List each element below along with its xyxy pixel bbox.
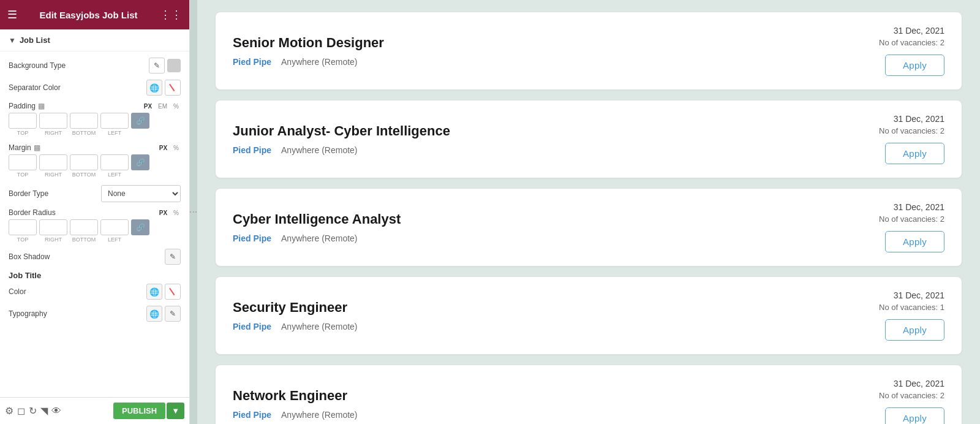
job-vacancies: No of vacancies: 2 (834, 214, 944, 224)
job-meta: Pied Pipe Anywhere (Remote) (233, 233, 834, 243)
br-bottom-label: BOTTOM (70, 237, 98, 243)
separator-globe-icon[interactable]: 🌐 (146, 80, 162, 96)
margin-bottom-input[interactable] (70, 154, 98, 170)
br-bottom-input[interactable] (70, 219, 98, 235)
settings-icon[interactable]: ⚙ (5, 405, 13, 417)
job-meta: Pied Pipe Anywhere (Remote) (233, 410, 834, 420)
job-title: Senior Motion Designer (233, 35, 834, 51)
job-card: Security Engineer Pied Pipe Anywhere (Re… (216, 277, 962, 354)
padding-left-input[interactable] (100, 113, 129, 129)
job-location: Anywhere (Remote) (281, 410, 358, 420)
padding-unit-em[interactable]: EM (156, 102, 169, 110)
job-title: Network Engineer (233, 388, 834, 404)
background-square-btn[interactable] (167, 59, 181, 72)
border-type-label: Border Type (9, 189, 48, 198)
br-unit-px[interactable]: PX (157, 209, 169, 217)
br-unit-percent[interactable]: % (172, 209, 181, 217)
apply-button[interactable]: Apply (885, 143, 944, 164)
margin-unit-px[interactable]: PX (157, 144, 169, 152)
typography-pen-icon[interactable]: ✎ (165, 306, 181, 322)
job-list-content: Senior Motion Designer Pied Pipe Anywher… (197, 0, 980, 424)
job-title: Security Engineer (233, 300, 834, 316)
color-slash-icon[interactable]: / (165, 284, 181, 300)
margin-link-btn[interactable]: 🔗 (131, 154, 149, 170)
margin-bottom-label: BOTTOM (70, 172, 98, 178)
padding-left-label: LEFT (100, 130, 129, 136)
margin-left-input[interactable] (100, 154, 129, 170)
job-right: 31 Dec, 2021 No of vacancies: 2 Apply (834, 114, 944, 164)
br-link-btn[interactable]: 🔗 (131, 219, 149, 235)
job-company: Pied Pipe (233, 233, 271, 243)
layers-icon[interactable]: ◻ (17, 405, 25, 417)
background-pen-btn[interactable]: ✎ (149, 58, 165, 74)
job-date: 31 Dec, 2021 (834, 290, 944, 300)
box-shadow-edit-icon[interactable]: ✎ (165, 249, 181, 265)
job-info: Security Engineer Pied Pipe Anywhere (Re… (233, 300, 834, 331)
color-row: Color 🌐 / (9, 284, 181, 300)
eye-icon[interactable]: 👁 (51, 406, 61, 417)
panel-resizer[interactable]: ⋮ (190, 0, 197, 424)
padding-bottom-label: BOTTOM (70, 130, 98, 136)
padding-unit-percent[interactable]: % (172, 102, 181, 110)
job-title: Junior Analyst- Cyber Intelligence (233, 123, 834, 139)
job-title-subsection: Job Title (9, 271, 181, 280)
panel-title: Edit Easyjobs Job List (39, 10, 137, 20)
bottom-bar: ⚙ ◻ ↻ ◥ 👁 PUBLISH ▼ (0, 397, 189, 424)
margin-sublabels: TOP RIGHT BOTTOM LEFT (9, 172, 181, 178)
br-right-label: RIGHT (39, 237, 67, 243)
job-location: Anywhere (Remote) (281, 57, 358, 67)
margin-inputs: 🔗 (9, 154, 181, 170)
padding-top-label: TOP (9, 130, 37, 136)
padding-link-btn[interactable]: 🔗 (131, 113, 149, 129)
box-shadow-row: Box Shadow ✎ (9, 249, 181, 265)
padding-right-input[interactable] (39, 113, 67, 129)
margin-unit-percent[interactable]: % (172, 144, 181, 152)
margin-label: Margin ▩ (9, 143, 40, 152)
typography-row: Typography 🌐 ✎ (9, 306, 181, 322)
separator-color-row: Separator Color 🌐 / (9, 80, 181, 96)
job-date: 31 Dec, 2021 (834, 202, 944, 212)
margin-top-input[interactable] (9, 154, 37, 170)
border-type-row: Border Type None Solid Dashed Dotted (9, 185, 181, 202)
job-company: Pied Pipe (233, 410, 271, 420)
color-label: Color (9, 287, 26, 296)
margin-section: Margin ▩ PX % 🔗 TOP (9, 143, 181, 178)
border-type-select[interactable]: None Solid Dashed Dotted (101, 185, 181, 202)
margin-label-row: Margin ▩ PX % (9, 143, 181, 152)
border-radius-inputs: 🔗 (9, 219, 181, 235)
apply-button[interactable]: Apply (885, 231, 944, 252)
typography-globe-icon[interactable]: 🌐 (146, 306, 162, 322)
separator-slash-icon[interactable]: / (165, 80, 181, 96)
br-left-input[interactable] (100, 219, 129, 235)
job-info: Cyber Intelligence Analyst Pied Pipe Any… (233, 211, 834, 243)
publish-dropdown-button[interactable]: ▼ (167, 403, 184, 419)
padding-top-input[interactable] (9, 113, 37, 129)
job-right: 31 Dec, 2021 No of vacancies: 2 Apply (834, 26, 944, 76)
publish-button[interactable]: PUBLISH (113, 403, 165, 419)
border-radius-label-row: Border Radius PX % (9, 208, 181, 217)
template-icon[interactable]: ◥ (40, 405, 48, 417)
job-location: Anywhere (Remote) (281, 145, 358, 155)
margin-units: PX % (157, 144, 181, 152)
job-location: Anywhere (Remote) (281, 233, 358, 243)
separator-color-label: Separator Color (9, 83, 61, 92)
padding-unit-px[interactable]: PX (142, 102, 154, 110)
job-info: Junior Analyst- Cyber Intelligence Pied … (233, 123, 834, 155)
br-right-input[interactable] (39, 219, 67, 235)
typography-label: Typography (9, 309, 47, 318)
hamburger-icon[interactable]: ☰ (7, 8, 17, 21)
section-header[interactable]: ▼ Job List (0, 29, 189, 51)
color-globe-icon[interactable]: 🌐 (146, 284, 162, 300)
margin-right-input[interactable] (39, 154, 67, 170)
padding-sublabels: TOP RIGHT BOTTOM LEFT (9, 130, 181, 136)
br-top-input[interactable] (9, 219, 37, 235)
padding-bottom-input[interactable] (70, 113, 98, 129)
border-radius-label: Border Radius (9, 208, 56, 217)
br-sublabels: TOP RIGHT BOTTOM LEFT (9, 237, 181, 243)
job-vacancies: No of vacancies: 2 (834, 38, 944, 47)
history-icon[interactable]: ↻ (29, 405, 37, 417)
apply-button[interactable]: Apply (885, 319, 944, 341)
apply-button[interactable]: Apply (885, 55, 944, 76)
grid-icon[interactable]: ⋮⋮ (160, 8, 182, 21)
apply-button[interactable]: Apply (885, 407, 944, 424)
